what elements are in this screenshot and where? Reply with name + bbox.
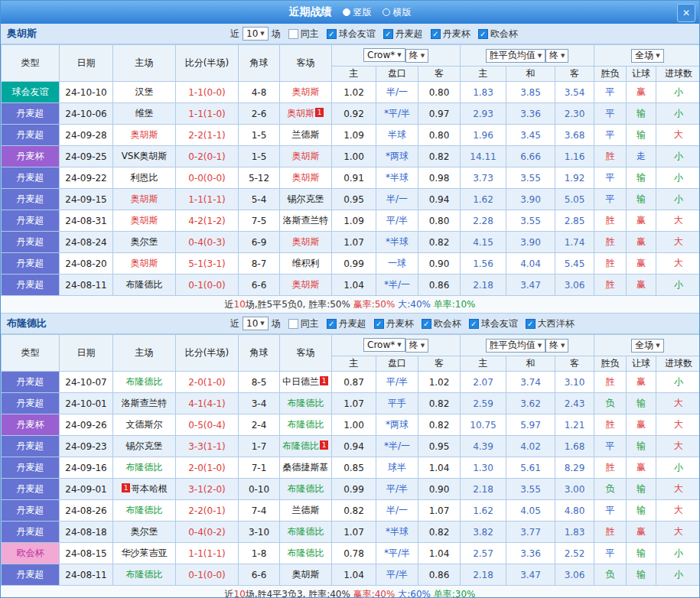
asian-handicap: *半球 (376, 522, 418, 543)
filter-checkbox[interactable]: ✓大西洋杯 (526, 317, 575, 330)
asian-away-odds: 1.07 (418, 500, 461, 522)
filter-label: 丹麦超 (339, 317, 366, 330)
euro-away-odds: 1.68 (555, 436, 594, 457)
column-header: 日期 (60, 45, 113, 82)
team-name-text: 奥胡斯 (292, 86, 320, 97)
match-date: 24-09-15 (60, 189, 113, 210)
dropdown-value: 10 (246, 318, 258, 329)
match-row: 丹麦超24-08-11布隆德比0-1(0-0)6-6奥胡斯1.04平/半0.86… (2, 564, 700, 586)
euro-home-odds: 2.57 (461, 543, 506, 564)
team-name-text: 奥胡斯 (292, 279, 320, 290)
filter-checkbox[interactable]: ✓欧会杯 (422, 317, 461, 330)
filter-checkbox[interactable]: ✓丹麦超 (383, 28, 423, 41)
euro-home-odds: 1.56 (461, 253, 506, 275)
filter-checkbox[interactable]: ✓球会友谊 (327, 28, 376, 41)
match-date: 24-09-25 (60, 146, 113, 167)
handicap-result: 输 (627, 189, 656, 210)
corners: 3-4 (239, 393, 280, 414)
asian-home-odds: 1.02 (332, 82, 376, 103)
euro-home-odds: 10.75 (461, 414, 506, 436)
chevron-down-icon: ▼ (421, 53, 425, 59)
euro-odds-dropdown[interactable]: 胜平负均值▼ (486, 339, 545, 353)
recent-count-dropdown[interactable]: 10▼ (243, 317, 269, 330)
result-scope-dropdown[interactable]: 全场▼ (631, 49, 663, 63)
team-name-text: 布隆德比 (288, 483, 324, 494)
score: 2-0(1-0) (176, 457, 239, 479)
filter-checkbox[interactable]: 同主 (288, 28, 319, 41)
result-scope-dropdown[interactable]: 全场▼ (631, 339, 663, 353)
summary-part: 近 (225, 589, 234, 598)
dialog-titlebar: 近期战绩 竖版 横版 ✕ (1, 1, 699, 24)
chevron-down-icon: ▼ (397, 342, 401, 348)
layout-option-vertical[interactable]: 竖版 (343, 6, 372, 19)
filter-checkbox[interactable]: ✓丹麦杯 (431, 28, 470, 41)
chevron-down-icon: ▼ (561, 343, 565, 349)
home-team: 奥胡斯 (113, 189, 176, 210)
red-card-badge: 1 (320, 440, 328, 450)
filter-label: 同主 (301, 28, 319, 41)
score: 0-4(0-3) (176, 232, 239, 253)
filter-bar: 近10▼场同主✓球会友谊✓丹麦超✓丹麦杯✓欧会杯 (230, 27, 518, 41)
asian-odds-dropdown[interactable]: Crow*▼ (363, 48, 405, 62)
asian-home-odds: 1.07 (332, 522, 376, 543)
match-row: 丹麦超24-09-28奥胡斯2-2(1-1)1-5兰德斯1.09半球0.801.… (2, 125, 700, 146)
summary-part: 赢率:50% (353, 299, 396, 310)
filter-label: 丹麦超 (396, 28, 423, 41)
euro-home-odds: 4.39 (461, 436, 506, 457)
euro-away-odds: 3.00 (555, 479, 594, 500)
column-subheader: 主 (461, 67, 506, 82)
euro-odds-dropdown[interactable]: 胜平负均值▼ (486, 49, 545, 63)
filter-checkbox[interactable]: ✓欧会杯 (478, 28, 518, 41)
checkbox-checked-icon: ✓ (374, 319, 384, 329)
chevron-down-icon: ▼ (260, 31, 264, 37)
close-button[interactable]: ✕ (677, 4, 695, 22)
home-team: 洛斯查兰特 (113, 393, 176, 414)
asian-handicap: 平/半 (376, 479, 418, 500)
euro-away-odds: 8.29 (555, 457, 594, 479)
match-row: 丹麦超24-08-11布隆德比0-1(0-0)6-6奥胡斯1.04*半/一0.8… (2, 275, 700, 296)
team-name-text: 奥胡斯 (292, 172, 320, 183)
asian-odds-dropdown[interactable]: 终▼ (405, 339, 428, 353)
euro-home-odds: 4.15 (461, 232, 506, 253)
summary-part: 单率:10% (431, 299, 476, 310)
match-row: 丹麦超24-10-06维堡1-1(1-0)2-6奥胡斯10.92*平/半0.97… (2, 103, 700, 125)
column-subheader: 主 (332, 356, 376, 372)
filter-checkbox[interactable]: 同主 (288, 317, 319, 330)
asian-home-odds: 1.00 (332, 146, 376, 167)
away-team: 奥胡斯 (280, 82, 332, 103)
column-subheader: 和 (506, 67, 555, 82)
euro-odds-dropdown[interactable]: 终▼ (545, 49, 568, 63)
filter-checkbox[interactable]: ✓丹麦杯 (374, 317, 414, 330)
radio-label: 竖版 (353, 6, 372, 19)
filter-checkbox[interactable]: ✓球会友谊 (469, 317, 518, 330)
asian-handicap: *两球 (376, 414, 418, 436)
filter-text: 近 (230, 28, 239, 41)
filter-checkbox[interactable]: ✓丹麦超 (327, 317, 366, 330)
euro-draw-odds: 3.85 (506, 82, 555, 103)
asian-away-odds: 0.90 (418, 479, 461, 500)
euro-away-odds: 2.85 (555, 210, 594, 232)
match-result: 平 (594, 436, 627, 457)
corners: 2-4 (239, 414, 280, 436)
euro-odds-dropdown[interactable]: 终▼ (545, 339, 568, 353)
euro-odds-header-cell: 胜平负均值▼终▼ (461, 45, 594, 67)
euro-draw-odds: 4.05 (506, 500, 555, 522)
home-team: VSK奥胡斯 (113, 146, 176, 167)
summary-part: 近 (225, 299, 234, 310)
match-result: 胜 (594, 522, 627, 543)
corners: 6-6 (239, 564, 280, 586)
euro-home-odds: 14.11 (461, 146, 506, 167)
euro-home-odds: 2.59 (461, 393, 506, 414)
asian-odds-dropdown[interactable]: Crow*▼ (363, 338, 405, 352)
home-team: 奥胡斯 (113, 125, 176, 146)
asian-odds-dropdown[interactable]: 终▼ (405, 49, 428, 63)
section-header: 布隆德比 近10▼场同主✓丹麦超✓丹麦杯✓欧会杯✓球会友谊✓大西洋杯 (1, 314, 699, 334)
team-name-text: 布隆德比 (288, 419, 324, 430)
recent-count-dropdown[interactable]: 10▼ (243, 27, 269, 41)
team-name-text: 维堡 (135, 108, 154, 119)
euro-home-odds: 3.82 (461, 522, 506, 543)
match-row: 丹麦超24-09-23锡尔克堡3-3(1-1)1-7布隆德比10.94*半/一0… (2, 436, 700, 457)
asian-home-odds: 0.94 (332, 436, 376, 457)
layout-option-horizontal[interactable]: 横版 (383, 6, 412, 19)
column-subheader: 胜负 (594, 356, 627, 372)
